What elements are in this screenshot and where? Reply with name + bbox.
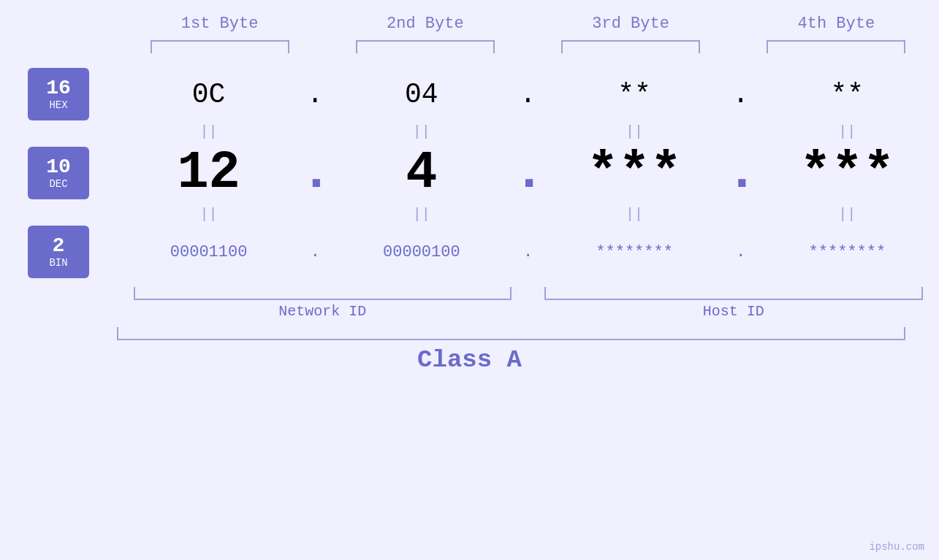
hex-badge-num: 16 [46,77,71,100]
dec-b2: 4 [330,143,513,203]
hex-dot-2: . [514,79,543,110]
equals-2-b3: || [543,206,726,223]
dec-badge: 10 DEC [28,147,89,199]
hex-badge: 16 HEX [28,68,89,120]
equals-2-b4: || [756,206,939,223]
host-id-label: Host ID [703,303,764,320]
dec-b3: *** [543,143,726,203]
bin-row: 2 BIN 00001100 . 00000100 . ******** . *… [0,226,939,278]
bin-b1: 00001100 [117,243,300,261]
hex-values: 0C . 04 . ** . ** [117,79,939,110]
bin-badge-num: 2 [53,235,65,258]
bin-values: 00001100 . 00000100 . ******** . *******… [117,243,939,261]
class-label: Class A [417,346,522,374]
class-label-container: Class A [0,346,939,374]
network-bracket-cell [117,287,528,300]
hex-b2: 04 [330,79,513,110]
network-id-label: Network ID [278,303,366,320]
top-brackets-row [0,40,939,53]
watermark: ipshu.com [869,541,924,553]
top-bracket-3 [561,40,700,53]
bottom-brackets-container [0,287,939,300]
hex-badge-area: 16 HEX [0,68,117,120]
hex-badge-label: HEX [49,99,67,111]
dec-row: 10 DEC 12 . 4 . *** . *** [0,143,939,203]
byte-header-2: 2nd Byte [322,15,528,33]
equals-1-b1: || [117,123,300,140]
full-bracket [117,327,905,340]
bin-dot-1: . [300,243,330,261]
bin-b3: ******** [543,243,726,261]
dec-badge-area: 10 DEC [0,147,117,199]
dec-badge-num: 10 [46,156,71,179]
dec-values: 12 . 4 . *** . *** [117,143,939,203]
dec-dot-2: . [514,143,543,203]
bin-dot-3: . [726,243,756,261]
equals-row-2: || || || || [0,206,939,223]
byte-header-3: 3rd Byte [528,15,734,33]
equals-2-b2: || [330,206,513,223]
dec-dot-1: . [300,143,330,203]
top-bracket-1 [151,40,289,53]
equals-1-b4: || [756,123,939,140]
bin-b2: 00000100 [330,243,513,261]
bin-badge: 2 BIN [28,226,89,278]
hex-dot-3: . [726,79,756,110]
bin-badge-area: 2 BIN [0,226,117,278]
hex-row: 16 HEX 0C . 04 . ** . ** [0,68,939,120]
equals-values-2: || || || || [117,206,939,223]
byte-header-4: 4th Byte [734,15,939,33]
host-bracket-cell [528,287,940,300]
host-id-label-cell: Host ID [528,303,940,320]
hex-b4: ** [756,79,939,110]
bin-b4: ******** [756,243,939,261]
page-container: 1st Byte 2nd Byte 3rd Byte 4th Byte 16 H… [0,0,939,560]
dec-badge-label: DEC [49,178,67,190]
equals-values-1: || || || || [117,123,939,140]
host-bracket [544,287,923,300]
byte-header-1: 1st Byte [117,15,322,33]
hex-b1: 0C [117,79,300,110]
top-bracket-cell-1 [117,40,322,53]
dec-dot-3: . [726,143,756,203]
equals-1-b2: || [330,123,513,140]
dec-b1: 12 [117,143,300,203]
top-bracket-cell-4 [734,40,939,53]
id-label-row: Network ID Host ID [0,303,939,320]
full-bracket-container [0,327,939,340]
top-bracket-cell-3 [528,40,734,53]
hex-b3: ** [543,79,726,110]
equals-1-b3: || [543,123,726,140]
byte-headers: 1st Byte 2nd Byte 3rd Byte 4th Byte [0,15,939,33]
hex-dot-1: . [300,79,330,110]
network-id-label-cell: Network ID [117,303,528,320]
top-bracket-4 [767,40,905,53]
equals-2-b1: || [117,206,300,223]
equals-row-1: || || || || [0,123,939,140]
dec-b4: *** [756,143,939,203]
bin-badge-label: BIN [49,257,67,269]
network-bracket [134,287,512,300]
top-bracket-cell-2 [322,40,528,53]
bin-dot-2: . [514,243,543,261]
top-bracket-2 [356,40,495,53]
